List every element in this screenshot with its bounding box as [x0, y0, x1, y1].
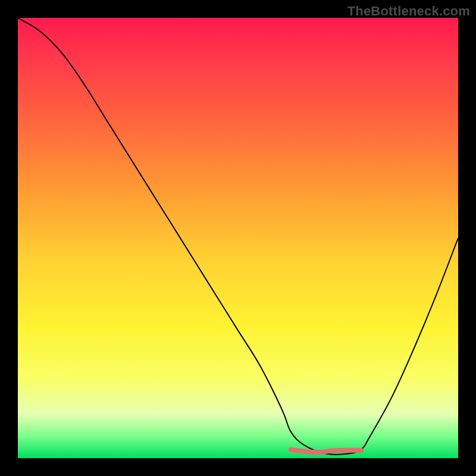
chart-frame: TheBottleneck.com	[0, 0, 476, 476]
plot-area	[18, 18, 458, 458]
trough-highlight	[291, 450, 361, 452]
watermark-text: TheBottleneck.com	[347, 4, 470, 19]
curve-path	[18, 18, 458, 455]
bottleneck-curve	[18, 18, 458, 458]
